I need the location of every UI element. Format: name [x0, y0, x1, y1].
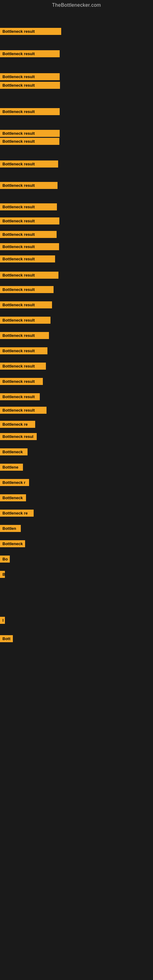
bottleneck-result-item[interactable]: Bottleneck result — [0, 28, 61, 35]
bottleneck-result-item[interactable]: Bottleneck — [0, 494, 26, 501]
bottleneck-result-item[interactable]: Bottleneck result — [0, 286, 54, 293]
site-title: TheBottlenecker.com — [0, 0, 153, 9]
bottleneck-result-item[interactable]: Bottlene — [0, 464, 23, 471]
bottleneck-result-item[interactable]: Bottleneck result — [0, 363, 46, 370]
bottleneck-result-item[interactable]: Bottleneck result — [0, 243, 59, 250]
bottleneck-result-item[interactable]: Bott — [0, 635, 13, 642]
bottleneck-result-item[interactable]: Bottleneck result — [0, 161, 58, 167]
bottleneck-result-item[interactable]: Bottleneck result — [0, 130, 60, 137]
bottleneck-result-item[interactable]: B — [0, 571, 5, 578]
bottleneck-result-item[interactable]: Bottleneck result — [0, 407, 46, 414]
bottleneck-result-item[interactable]: Bo — [0, 555, 10, 563]
bottleneck-result-item[interactable]: Bottlen — [0, 525, 21, 532]
bottleneck-result-item[interactable]: Bottleneck result — [0, 301, 52, 309]
bottleneck-result-item[interactable]: Bottleneck result — [0, 317, 51, 324]
bottleneck-result-item[interactable]: Bottleneck — [0, 449, 27, 455]
bottleneck-result-item[interactable]: Bottleneck result — [0, 138, 59, 145]
bottleneck-result-item[interactable]: Bottleneck result — [0, 231, 57, 238]
bottleneck-result-item[interactable]: I — [0, 617, 5, 624]
bottleneck-result-item[interactable]: Bottleneck result — [0, 332, 49, 339]
bottleneck-result-item[interactable]: Bottleneck result — [0, 272, 59, 279]
bottleneck-result-item[interactable]: Bottleneck result — [0, 255, 55, 262]
bottleneck-result-item[interactable]: Bottleneck result — [0, 108, 60, 115]
bottleneck-result-item[interactable]: Bottleneck result — [0, 50, 60, 57]
bottleneck-result-item[interactable]: Bottleneck — [0, 540, 25, 547]
bottleneck-result-item[interactable]: Bottleneck result — [0, 378, 43, 385]
bottleneck-result-item[interactable]: Bottleneck result — [0, 182, 57, 189]
bottleneck-result-item[interactable]: Bottleneck resul — [0, 433, 37, 440]
bottleneck-result-item[interactable]: Bottleneck result — [0, 218, 59, 224]
bottleneck-result-item[interactable]: Bottleneck result — [0, 73, 60, 80]
bottleneck-result-item[interactable]: Bottleneck result — [0, 82, 60, 89]
bottleneck-result-item[interactable]: Bottleneck result — [0, 204, 57, 210]
bottleneck-result-item[interactable]: Bottleneck r — [0, 479, 29, 486]
bottleneck-result-item[interactable]: Bottleneck re — [0, 510, 33, 517]
bottleneck-result-item[interactable]: Bottleneck re — [0, 421, 35, 428]
bottleneck-result-item[interactable]: Bottleneck result — [0, 393, 40, 400]
bottleneck-result-item[interactable]: Bottleneck result — [0, 347, 48, 354]
